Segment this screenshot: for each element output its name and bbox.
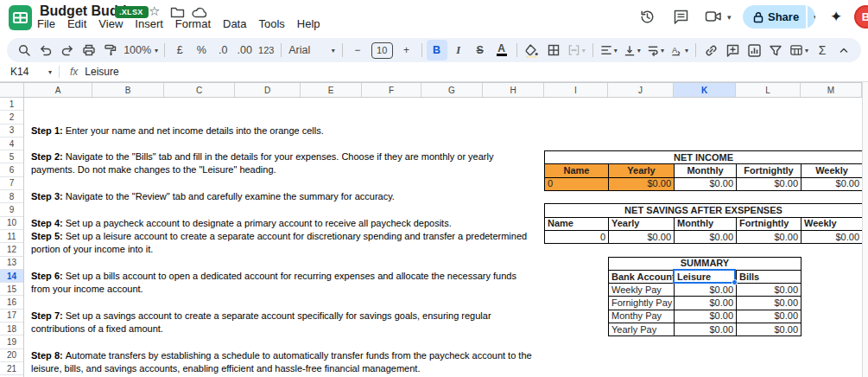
paint-format-icon[interactable] bbox=[100, 40, 121, 61]
net-savings-value-3[interactable]: $0.00 bbox=[737, 230, 801, 243]
summary-cell-r0-c0[interactable]: Weekly Pay bbox=[609, 284, 675, 297]
column-header-F[interactable]: F bbox=[362, 83, 421, 97]
summary-cell-r1-c1[interactable]: $0.00 bbox=[675, 297, 737, 310]
net-income-header-name[interactable]: Name bbox=[545, 164, 609, 177]
camera-dropdown-caret[interactable]: ▾ bbox=[727, 13, 732, 22]
summary-cell-r2-c2[interactable]: $0.00 bbox=[737, 310, 801, 323]
column-header-B[interactable]: B bbox=[92, 83, 164, 97]
text-rotation-icon[interactable]: A ▾ bbox=[668, 40, 691, 61]
row-header-4[interactable]: 4 bbox=[0, 137, 23, 150]
column-header-J[interactable]: J bbox=[608, 83, 674, 97]
table-views-icon[interactable]: ▾ bbox=[787, 40, 811, 61]
net-income-value-1[interactable]: $0.00 bbox=[609, 177, 675, 190]
summary-header-bills[interactable]: Bills bbox=[737, 270, 801, 283]
share-button[interactable]: Share ▾ bbox=[743, 5, 815, 29]
italic-button[interactable]: I bbox=[448, 40, 469, 61]
net-savings-header-fortnightly[interactable]: Fortnightly bbox=[737, 217, 801, 230]
column-header-E[interactable]: E bbox=[301, 83, 362, 97]
text-color-button[interactable]: A bbox=[491, 40, 512, 61]
net-income-value-4[interactable]: $0.00 bbox=[801, 177, 863, 190]
row-header-7[interactable]: 7 bbox=[0, 177, 23, 190]
summary-cell-r2-c1[interactable]: $0.00 bbox=[675, 310, 737, 323]
net-savings-header-monthly[interactable]: Monthly bbox=[675, 217, 737, 230]
print-icon[interactable] bbox=[79, 40, 99, 61]
decrease-decimal-button[interactable]: .0 bbox=[212, 40, 233, 61]
row-header-13[interactable]: 13 bbox=[0, 257, 23, 270]
net-savings-value-2[interactable]: $0.00 bbox=[675, 230, 737, 243]
row-header-10[interactable]: 10 bbox=[0, 217, 23, 230]
net-savings-value-1[interactable]: $0.00 bbox=[609, 230, 675, 243]
row-header-14[interactable]: 14 bbox=[0, 270, 23, 283]
summary-cell-r2-c0[interactable]: Monthy Pay bbox=[609, 310, 675, 323]
decrease-font-size-button[interactable]: − bbox=[347, 40, 368, 61]
vertical-align-icon[interactable]: ▾ bbox=[621, 40, 643, 61]
step-text-5[interactable]: Step 5: Set up a leisure account to crea… bbox=[31, 230, 584, 257]
font-select[interactable]: Arial▾ bbox=[286, 40, 338, 61]
menu-data[interactable]: Data bbox=[217, 16, 252, 31]
share-button-main[interactable]: Share bbox=[743, 5, 808, 29]
insert-comment-icon[interactable] bbox=[722, 40, 743, 61]
step-text-8[interactable]: Step 8: Automate transfers by establishi… bbox=[31, 349, 584, 376]
selected-cell-outline[interactable] bbox=[673, 269, 736, 284]
sheets-app-icon[interactable] bbox=[8, 5, 33, 30]
net-savings-value-0[interactable]: 0 bbox=[545, 230, 609, 243]
row-header-11[interactable]: 11 bbox=[0, 230, 23, 243]
version-history-icon[interactable] bbox=[639, 9, 656, 25]
step-text-3[interactable]: Step 3: Navigate to the "Review" tab and… bbox=[31, 190, 584, 203]
net-income-title[interactable]: NET INCOME bbox=[545, 151, 863, 164]
net-savings-header-weekly[interactable]: Weekly bbox=[801, 217, 863, 230]
menu-file[interactable]: File bbox=[31, 16, 61, 31]
row-header-6[interactable]: 6 bbox=[0, 163, 23, 176]
merge-cells-icon[interactable]: ▾ bbox=[565, 40, 588, 61]
select-all-corner[interactable] bbox=[0, 83, 24, 97]
hide-menus-icon[interactable] bbox=[833, 40, 854, 61]
column-header-M[interactable]: M bbox=[801, 83, 862, 97]
step-text-1[interactable]: Step 1: Enter your name and net income d… bbox=[31, 125, 584, 137]
net-income-header-fortnightly[interactable]: Fortnightly bbox=[737, 164, 801, 177]
account-avatar[interactable]: B bbox=[854, 5, 868, 29]
horizontal-align-icon[interactable]: ▾ bbox=[598, 40, 620, 61]
summary-cell-r1-c2[interactable]: $0.00 bbox=[737, 297, 801, 310]
gemini-sparkle-icon[interactable]: ✦ bbox=[830, 8, 842, 26]
row-header-18[interactable]: 18 bbox=[0, 323, 23, 335]
column-header-D[interactable]: D bbox=[235, 83, 301, 97]
row-header-21[interactable]: 21 bbox=[0, 362, 23, 375]
create-filter-icon[interactable] bbox=[765, 40, 786, 61]
row-header-12[interactable]: 12 bbox=[0, 243, 23, 256]
net-income-value-0[interactable]: 0 bbox=[545, 177, 609, 190]
menu-edit[interactable]: Edit bbox=[61, 16, 92, 31]
more-formats-button[interactable]: 123 bbox=[256, 40, 276, 61]
net-income-value-2[interactable]: $0.00 bbox=[675, 177, 737, 190]
summary-cell-r3-c2[interactable]: $0.00 bbox=[737, 323, 801, 336]
row-header-8[interactable]: 8 bbox=[0, 190, 23, 203]
column-header-G[interactable]: G bbox=[421, 83, 483, 97]
increase-decimal-button[interactable]: .00 bbox=[234, 40, 255, 61]
fill-color-icon[interactable] bbox=[522, 40, 542, 61]
menu-tools[interactable]: Tools bbox=[252, 16, 290, 31]
net-savings-header-name[interactable]: Name bbox=[545, 217, 609, 230]
column-header-I[interactable]: I bbox=[544, 83, 608, 97]
row-header-17[interactable]: 17 bbox=[0, 310, 23, 323]
menu-help[interactable]: Help bbox=[291, 16, 326, 31]
meet-camera-icon[interactable] bbox=[705, 9, 722, 24]
row-header-19[interactable]: 19 bbox=[0, 335, 23, 348]
comments-icon[interactable] bbox=[673, 9, 689, 25]
net-income-header-yearly[interactable]: Yearly bbox=[609, 164, 675, 177]
summary-cell-r0-c1[interactable]: $0.00 bbox=[675, 284, 737, 297]
row-header-5[interactable]: 5 bbox=[0, 150, 23, 163]
column-header-K[interactable]: K bbox=[674, 83, 736, 97]
row-header-2[interactable]: 2 bbox=[0, 111, 23, 124]
share-dropdown-caret[interactable]: ▾ bbox=[808, 13, 815, 22]
row-header-15[interactable]: 15 bbox=[0, 283, 23, 296]
name-box-caret[interactable]: ▾ bbox=[48, 68, 52, 76]
menu-format[interactable]: Format bbox=[169, 16, 217, 31]
menu-insert[interactable]: Insert bbox=[129, 16, 169, 31]
column-header-C[interactable]: C bbox=[164, 83, 235, 97]
name-box[interactable]: K14 ▾ bbox=[0, 66, 57, 78]
vertical-scrollbar[interactable] bbox=[862, 82, 868, 377]
strikethrough-button[interactable]: S bbox=[470, 40, 491, 61]
increase-font-size-button[interactable]: + bbox=[396, 40, 417, 61]
net-savings-header-yearly[interactable]: Yearly bbox=[609, 217, 675, 230]
row-header-20[interactable]: 20 bbox=[0, 349, 23, 362]
percent-format-button[interactable]: % bbox=[191, 40, 212, 61]
